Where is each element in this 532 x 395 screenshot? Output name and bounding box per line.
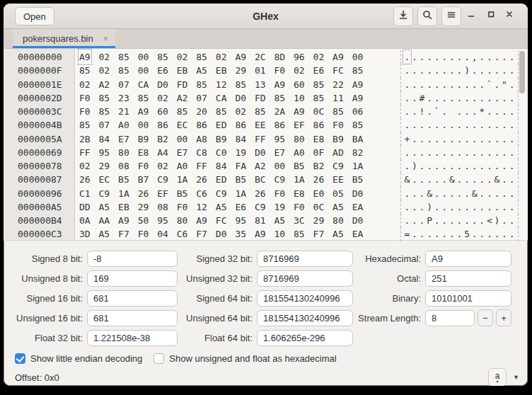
hex-byte[interactable]: 07 xyxy=(196,91,207,105)
open-button[interactable]: Open xyxy=(15,7,54,25)
ascii-char[interactable]: . xyxy=(456,146,463,159)
hex-byte[interactable]: F7 xyxy=(118,227,129,241)
ascii-column[interactable]: ............... xyxy=(400,118,519,132)
hex-byte[interactable]: D0 xyxy=(352,214,364,227)
ascii-char[interactable]: . xyxy=(426,91,434,105)
ascii-char[interactable]: . xyxy=(441,91,449,105)
ascii-char[interactable]: . xyxy=(501,173,509,186)
hex-bytes[interactable]: FF9580E8A4E7C8C019D0E7A00FAD82 xyxy=(79,146,371,159)
ascii-char[interactable]: . xyxy=(463,105,471,118)
ascii-column[interactable]: =.......5...... xyxy=(400,227,519,241)
hex-byte[interactable]: 0F xyxy=(313,146,325,159)
hex-byte[interactable]: 02 xyxy=(99,50,110,64)
hex-byte[interactable]: C9 xyxy=(274,173,285,186)
ascii-char[interactable]: . xyxy=(449,214,456,227)
ascii-char[interactable]: . xyxy=(418,146,426,159)
hex-byte[interactable]: 10 xyxy=(274,227,285,241)
ascii-char[interactable]: . xyxy=(478,146,486,159)
inspector-field-input[interactable] xyxy=(87,270,178,287)
hex-byte[interactable]: 02 xyxy=(216,50,227,64)
ascii-char[interactable]: . xyxy=(478,214,486,227)
ascii-char[interactable]: . xyxy=(441,159,449,173)
hex-bytes[interactable]: 022908F002A0FF84FAA200B5B2C91A xyxy=(79,159,371,173)
ascii-char[interactable]: . xyxy=(418,118,426,132)
hex-byte[interactable]: AA xyxy=(99,214,110,227)
ascii-char[interactable]: . xyxy=(508,91,516,105)
ascii-char[interactable] xyxy=(449,105,456,118)
hex-byte[interactable]: F0 xyxy=(138,159,149,173)
ascii-char[interactable]: . xyxy=(449,200,456,214)
hex-byte[interactable]: EA xyxy=(352,200,364,214)
ascii-char[interactable]: . xyxy=(426,132,434,146)
ascii-char[interactable]: . xyxy=(470,159,478,173)
hex-byte[interactable]: F0 xyxy=(274,187,285,200)
hex-byte[interactable]: 02 xyxy=(294,64,305,77)
ascii-char[interactable]: . xyxy=(403,146,411,159)
hex-byte[interactable]: 26 xyxy=(255,187,266,200)
hex-byte[interactable]: 85 xyxy=(99,91,110,105)
ascii-char[interactable]: . xyxy=(426,173,434,186)
hex-byte[interactable]: 07 xyxy=(99,118,110,132)
hex-byte[interactable]: 60 xyxy=(294,78,305,91)
ascii-char[interactable]: . xyxy=(426,64,434,77)
hex-byte[interactable]: 02 xyxy=(99,64,110,77)
ascii-char[interactable]: . xyxy=(441,64,449,77)
ascii-char[interactable]: . xyxy=(411,91,419,105)
ascii-char[interactable]: . xyxy=(433,64,441,77)
ascii-char[interactable]: . xyxy=(463,132,471,146)
hex-byte[interactable]: 23 xyxy=(118,91,129,105)
ascii-char[interactable]: . xyxy=(426,118,434,132)
hex-byte[interactable]: B9 xyxy=(138,132,149,146)
hex-byte[interactable]: EC xyxy=(99,173,110,186)
ascii-char[interactable]: . xyxy=(456,187,463,200)
hex-byte[interactable]: 85 xyxy=(216,105,227,118)
hex-byte[interactable]: 85 xyxy=(255,105,266,118)
ascii-column[interactable]: .)............. xyxy=(400,159,519,173)
ascii-char[interactable]: . xyxy=(403,105,411,118)
hex-byte[interactable]: 29 xyxy=(235,64,246,77)
ascii-char[interactable]: . xyxy=(449,227,456,241)
ascii-char[interactable]: . xyxy=(441,200,449,214)
stepper-plus-button[interactable]: + xyxy=(496,309,511,326)
hex-byte[interactable]: E6 xyxy=(313,64,325,77)
hex-byte[interactable]: 02 xyxy=(157,91,168,105)
hex-byte[interactable]: E8 xyxy=(294,187,305,200)
hex-bytes[interactable]: 3DA5F7F004C6F7D035A91085F7A5EA xyxy=(79,227,371,241)
hex-byte[interactable]: D0 xyxy=(352,187,364,200)
vertical-scrollbar[interactable] xyxy=(519,51,525,93)
checkbox-option[interactable]: Show unsigned and float as hexadecimal xyxy=(154,353,336,364)
hex-byte[interactable]: BC xyxy=(255,173,266,186)
hex-byte[interactable]: A9 xyxy=(352,91,364,105)
insert-mode-button[interactable]: a ▾ xyxy=(488,368,507,386)
hex-byte[interactable]: 82 xyxy=(352,146,364,159)
ascii-char[interactable]: . xyxy=(501,146,509,159)
ascii-char[interactable]: . xyxy=(463,146,471,159)
hex-byte[interactable]: D0 xyxy=(235,91,246,105)
hex-byte[interactable]: 02 xyxy=(235,105,246,118)
ascii-char[interactable]: P xyxy=(426,214,434,227)
ascii-column[interactable]: ............... xyxy=(400,146,519,159)
ascii-char[interactable]: . xyxy=(501,91,509,105)
ascii-char[interactable]: . xyxy=(411,64,419,77)
hex-byte[interactable]: 05 xyxy=(332,187,344,200)
hex-byte[interactable]: EE xyxy=(255,118,266,132)
ascii-char[interactable]: . xyxy=(486,159,494,173)
ascii-char[interactable]: . xyxy=(433,173,441,186)
hex-byte[interactable]: F7 xyxy=(313,227,325,241)
hex-byte[interactable]: 0A xyxy=(79,214,91,227)
ascii-char[interactable]: . xyxy=(456,105,463,118)
hex-byte[interactable]: 3C xyxy=(294,214,305,227)
hex-byte[interactable]: 20 xyxy=(196,105,207,118)
ascii-char[interactable]: . xyxy=(441,78,449,91)
hex-byte[interactable]: EB xyxy=(118,200,129,214)
ascii-char[interactable]: . xyxy=(508,173,516,186)
ascii-char[interactable]: ` xyxy=(433,105,441,118)
ascii-char[interactable]: . xyxy=(403,78,411,91)
hex-byte[interactable]: B5 xyxy=(294,159,305,173)
stepper-minus-button[interactable]: − xyxy=(478,309,493,326)
search-button[interactable] xyxy=(417,6,437,26)
hex-byte[interactable]: FF xyxy=(79,146,91,159)
ascii-char[interactable]: . xyxy=(441,118,449,132)
hex-byte[interactable]: A5 xyxy=(216,200,227,214)
hex-byte[interactable]: 10 xyxy=(294,91,305,105)
